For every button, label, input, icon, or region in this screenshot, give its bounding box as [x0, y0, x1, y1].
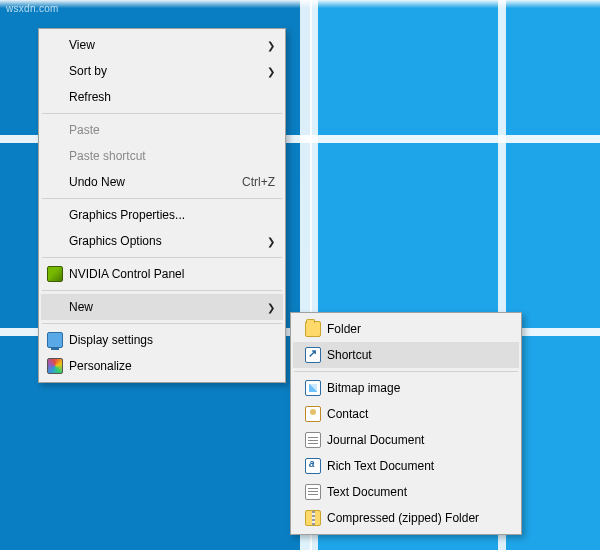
menu-item-new[interactable]: New ❯ — [41, 294, 283, 320]
spacer — [47, 122, 69, 138]
menu-label: Sort by — [69, 64, 263, 78]
submenu-item-journal-document[interactable]: Journal Document — [293, 427, 519, 453]
menu-item-display-settings[interactable]: Display settings — [41, 327, 283, 353]
folder-icon — [299, 321, 327, 337]
menu-label: Compressed (zipped) Folder — [327, 511, 511, 525]
chevron-right-icon: ❯ — [263, 40, 275, 51]
personalize-icon — [47, 358, 69, 374]
menu-item-paste: Paste — [41, 117, 283, 143]
submenu-item-rich-text-document[interactable]: Rich Text Document — [293, 453, 519, 479]
spacer — [47, 63, 69, 79]
spacer — [47, 37, 69, 53]
menu-label: Rich Text Document — [327, 459, 511, 473]
chevron-right-icon: ❯ — [263, 236, 275, 247]
menu-label: Refresh — [69, 90, 275, 104]
menu-separator — [42, 323, 282, 324]
menu-label: Graphics Options — [69, 234, 263, 248]
menu-label: Paste shortcut — [69, 149, 275, 163]
shortcut-icon — [299, 347, 327, 363]
menu-label: Undo New — [69, 175, 234, 189]
menu-item-view[interactable]: View ❯ — [41, 32, 283, 58]
journal-icon — [299, 432, 327, 448]
submenu-item-bitmap-image[interactable]: Bitmap image — [293, 375, 519, 401]
chevron-right-icon: ❯ — [263, 302, 275, 313]
menu-separator — [294, 371, 518, 372]
menu-item-graphics-options[interactable]: Graphics Options ❯ — [41, 228, 283, 254]
menu-label: Shortcut — [327, 348, 511, 362]
menu-label: New — [69, 300, 263, 314]
spacer — [47, 299, 69, 315]
menu-label: Text Document — [327, 485, 511, 499]
text-icon — [299, 484, 327, 500]
menu-label: Contact — [327, 407, 511, 421]
menu-label: NVIDIA Control Panel — [69, 267, 275, 281]
menu-label: View — [69, 38, 263, 52]
desktop-context-menu: View ❯ Sort by ❯ Refresh Paste Paste sho… — [38, 28, 286, 383]
menu-label: Journal Document — [327, 433, 511, 447]
spacer — [47, 233, 69, 249]
menu-item-refresh[interactable]: Refresh — [41, 84, 283, 110]
nvidia-icon — [47, 266, 69, 282]
menu-label: Graphics Properties... — [69, 208, 275, 222]
menu-separator — [42, 290, 282, 291]
menu-separator — [42, 198, 282, 199]
display-icon — [47, 332, 69, 348]
menu-item-undo-new[interactable]: Undo New Ctrl+Z — [41, 169, 283, 195]
spacer — [47, 148, 69, 164]
menu-item-graphics-properties[interactable]: Graphics Properties... — [41, 202, 283, 228]
zip-icon — [299, 510, 327, 526]
menu-label: Personalize — [69, 359, 275, 373]
bitmap-icon — [299, 380, 327, 396]
new-submenu: Folder Shortcut Bitmap image Contact Jou… — [290, 312, 522, 535]
menu-label: Folder — [327, 322, 511, 336]
submenu-item-shortcut[interactable]: Shortcut — [293, 342, 519, 368]
spacer — [47, 174, 69, 190]
watermark-text: wsxdn.com — [6, 3, 59, 14]
spacer — [47, 89, 69, 105]
chevron-right-icon: ❯ — [263, 66, 275, 77]
menu-item-paste-shortcut: Paste shortcut — [41, 143, 283, 169]
rtf-icon — [299, 458, 327, 474]
submenu-item-contact[interactable]: Contact — [293, 401, 519, 427]
menu-label: Display settings — [69, 333, 275, 347]
contact-icon — [299, 406, 327, 422]
menu-separator — [42, 257, 282, 258]
menu-item-sort-by[interactable]: Sort by ❯ — [41, 58, 283, 84]
menu-accelerator: Ctrl+Z — [242, 175, 275, 189]
submenu-item-text-document[interactable]: Text Document — [293, 479, 519, 505]
menu-label: Bitmap image — [327, 381, 511, 395]
menu-item-personalize[interactable]: Personalize — [41, 353, 283, 379]
menu-label: Paste — [69, 123, 275, 137]
menu-item-nvidia-control-panel[interactable]: NVIDIA Control Panel — [41, 261, 283, 287]
spacer — [47, 207, 69, 223]
menu-separator — [42, 113, 282, 114]
submenu-item-folder[interactable]: Folder — [293, 316, 519, 342]
submenu-item-compressed-folder[interactable]: Compressed (zipped) Folder — [293, 505, 519, 531]
